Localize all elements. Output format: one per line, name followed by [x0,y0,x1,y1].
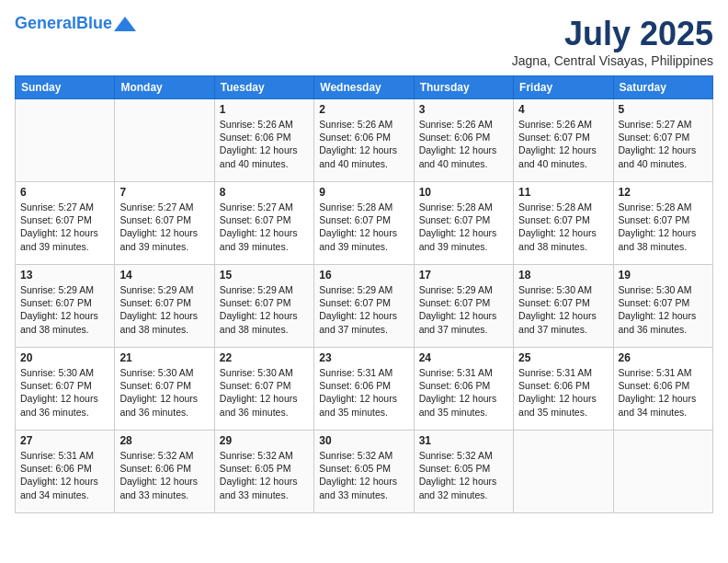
calendar-cell: 15Sunrise: 5:29 AMSunset: 6:07 PMDayligh… [214,265,313,348]
day-number: 20 [20,351,109,364]
calendar-cell: 23Sunrise: 5:31 AMSunset: 6:06 PMDayligh… [314,348,414,431]
calendar-cell: 21Sunrise: 5:30 AMSunset: 6:07 PMDayligh… [115,348,214,431]
day-number: 9 [319,186,408,199]
svg-marker-0 [114,17,136,31]
day-number: 1 [220,103,309,116]
calendar-cell [613,431,712,513]
calendar-cell: 24Sunrise: 5:31 AMSunset: 6:06 PMDayligh… [414,348,513,431]
cell-info: Sunrise: 5:27 AMSunset: 6:07 PMDaylight:… [20,201,109,253]
day-number: 16 [319,269,408,282]
day-number: 2 [319,103,408,116]
week-row-5: 27Sunrise: 5:31 AMSunset: 6:06 PMDayligh… [16,431,713,513]
cell-info: Sunrise: 5:32 AMSunset: 6:05 PMDaylight:… [319,449,408,501]
calendar-cell: 13Sunrise: 5:29 AMSunset: 6:07 PMDayligh… [16,265,115,348]
day-number: 10 [419,186,508,199]
calendar-cell: 19Sunrise: 5:30 AMSunset: 6:07 PMDayligh… [613,265,712,348]
week-row-2: 6Sunrise: 5:27 AMSunset: 6:07 PMDaylight… [16,182,713,265]
cell-info: Sunrise: 5:29 AMSunset: 6:07 PMDaylight:… [220,283,309,336]
calendar-cell: 17Sunrise: 5:29 AMSunset: 6:07 PMDayligh… [414,265,513,348]
calendar-table: SundayMondayTuesdayWednesdayThursdayFrid… [15,75,713,513]
calendar-cell: 11Sunrise: 5:28 AMSunset: 6:07 PMDayligh… [514,182,613,265]
calendar-cell: 20Sunrise: 5:30 AMSunset: 6:07 PMDayligh… [16,348,115,431]
header-cell-friday: Friday [514,76,613,99]
header-cell-thursday: Thursday [414,76,513,99]
calendar-cell: 9Sunrise: 5:28 AMSunset: 6:07 PMDaylight… [314,182,414,265]
cell-info: Sunrise: 5:26 AMSunset: 6:06 PMDaylight:… [419,118,508,170]
week-row-3: 13Sunrise: 5:29 AMSunset: 6:07 PMDayligh… [16,265,713,348]
day-number: 31 [419,434,508,447]
cell-info: Sunrise: 5:29 AMSunset: 6:07 PMDaylight:… [319,283,408,336]
cell-info: Sunrise: 5:30 AMSunset: 6:07 PMDaylight:… [220,366,309,419]
cell-info: Sunrise: 5:30 AMSunset: 6:07 PMDaylight:… [20,366,109,419]
cell-info: Sunrise: 5:29 AMSunset: 6:07 PMDaylight:… [119,283,209,336]
calendar-cell: 27Sunrise: 5:31 AMSunset: 6:06 PMDayligh… [16,431,115,513]
cell-info: Sunrise: 5:31 AMSunset: 6:06 PMDaylight:… [518,366,608,419]
calendar-cell: 1Sunrise: 5:26 AMSunset: 6:06 PMDaylight… [214,99,313,182]
cell-info: Sunrise: 5:31 AMSunset: 6:06 PMDaylight:… [319,366,408,419]
cell-info: Sunrise: 5:28 AMSunset: 6:07 PMDaylight:… [518,201,608,253]
location-subtitle: Jagna, Central Visayas, Philippines [512,53,713,68]
day-number: 3 [419,103,508,116]
day-number: 5 [619,103,708,116]
logo: GeneralBlue [15,15,136,33]
header-cell-monday: Monday [115,76,214,99]
calendar-cell: 5Sunrise: 5:27 AMSunset: 6:07 PMDaylight… [613,99,712,182]
day-number: 11 [518,186,608,199]
day-number: 26 [619,351,708,364]
calendar-cell: 30Sunrise: 5:32 AMSunset: 6:05 PMDayligh… [314,431,414,513]
calendar-cell: 26Sunrise: 5:31 AMSunset: 6:06 PMDayligh… [613,348,712,431]
calendar-cell: 4Sunrise: 5:26 AMSunset: 6:07 PMDaylight… [514,99,613,182]
day-number: 7 [119,186,209,199]
calendar-cell [16,99,115,182]
cell-info: Sunrise: 5:28 AMSunset: 6:07 PMDaylight:… [419,201,508,253]
day-number: 13 [20,269,109,282]
day-number: 30 [319,434,408,447]
day-number: 19 [619,269,708,282]
cell-info: Sunrise: 5:30 AMSunset: 6:07 PMDaylight:… [518,283,608,336]
day-number: 17 [419,269,508,282]
calendar-cell: 31Sunrise: 5:32 AMSunset: 6:05 PMDayligh… [414,431,513,513]
cell-info: Sunrise: 5:26 AMSunset: 6:07 PMDaylight:… [518,118,608,170]
cell-info: Sunrise: 5:28 AMSunset: 6:07 PMDaylight:… [319,201,408,253]
day-number: 18 [518,269,608,282]
day-number: 21 [119,351,209,364]
day-number: 12 [619,186,708,199]
calendar-cell: 10Sunrise: 5:28 AMSunset: 6:07 PMDayligh… [414,182,513,265]
page-header: GeneralBlue July 2025 Jagna, Central Vis… [15,15,713,68]
calendar-cell [115,99,214,182]
header-cell-wednesday: Wednesday [314,76,414,99]
cell-info: Sunrise: 5:28 AMSunset: 6:07 PMDaylight:… [619,201,708,253]
logo-icon [114,15,136,33]
day-number: 4 [518,103,608,116]
cell-info: Sunrise: 5:32 AMSunset: 6:05 PMDaylight:… [220,449,309,501]
week-row-1: 1Sunrise: 5:26 AMSunset: 6:06 PMDaylight… [16,99,713,182]
cell-info: Sunrise: 5:26 AMSunset: 6:06 PMDaylight:… [220,118,309,170]
cell-info: Sunrise: 5:30 AMSunset: 6:07 PMDaylight:… [119,366,209,419]
calendar-cell: 8Sunrise: 5:27 AMSunset: 6:07 PMDaylight… [214,182,313,265]
calendar-cell: 14Sunrise: 5:29 AMSunset: 6:07 PMDayligh… [115,265,214,348]
day-number: 6 [20,186,109,199]
cell-info: Sunrise: 5:27 AMSunset: 6:07 PMDaylight:… [220,201,309,253]
header-cell-sunday: Sunday [16,76,115,99]
header-cell-saturday: Saturday [613,76,712,99]
cell-info: Sunrise: 5:31 AMSunset: 6:06 PMDaylight:… [619,366,708,419]
calendar-cell: 6Sunrise: 5:27 AMSunset: 6:07 PMDaylight… [16,182,115,265]
calendar-cell: 25Sunrise: 5:31 AMSunset: 6:06 PMDayligh… [514,348,613,431]
day-number: 23 [319,351,408,364]
calendar-cell: 28Sunrise: 5:32 AMSunset: 6:06 PMDayligh… [115,431,214,513]
cell-info: Sunrise: 5:29 AMSunset: 6:07 PMDaylight:… [20,283,109,336]
calendar-cell [514,431,613,513]
day-number: 22 [220,351,309,364]
cell-info: Sunrise: 5:30 AMSunset: 6:07 PMDaylight:… [619,283,708,336]
calendar-cell: 16Sunrise: 5:29 AMSunset: 6:07 PMDayligh… [314,265,414,348]
calendar-cell: 29Sunrise: 5:32 AMSunset: 6:05 PMDayligh… [214,431,313,513]
day-number: 27 [20,434,109,447]
week-row-4: 20Sunrise: 5:30 AMSunset: 6:07 PMDayligh… [16,348,713,431]
cell-info: Sunrise: 5:31 AMSunset: 6:06 PMDaylight:… [419,366,508,419]
calendar-header: SundayMondayTuesdayWednesdayThursdayFrid… [16,76,713,99]
day-number: 14 [119,269,209,282]
cell-info: Sunrise: 5:32 AMSunset: 6:05 PMDaylight:… [419,449,508,501]
logo-text: GeneralBlue [15,15,112,33]
calendar-cell: 3Sunrise: 5:26 AMSunset: 6:06 PMDaylight… [414,99,513,182]
month-year-title: July 2025 [512,15,713,53]
